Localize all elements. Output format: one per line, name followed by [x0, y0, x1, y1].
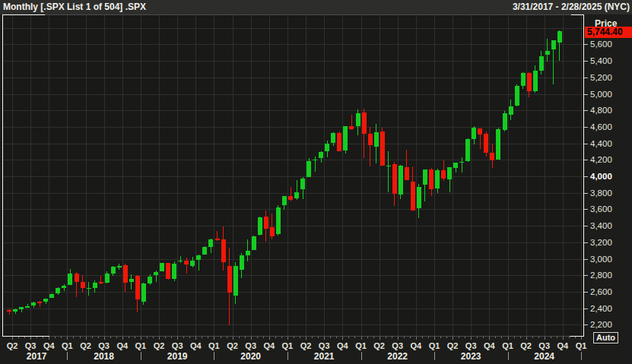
price-tick-label: 5,400 [590, 55, 612, 66]
quarter-tick-mark [471, 337, 472, 340]
candlestick-up [325, 144, 329, 151]
month-tick-mark [43, 337, 43, 338]
month-tick-mark [354, 337, 355, 338]
candlestick-up [43, 299, 48, 302]
candlestick-up [49, 294, 54, 299]
candlestick-up [56, 288, 60, 293]
quarter-tick-mark [269, 337, 270, 340]
candlestick-down [429, 169, 434, 190]
month-tick-mark [557, 337, 557, 338]
horizontal-gridline [2, 127, 584, 128]
candlestick-up [282, 196, 287, 205]
candlestick-up [25, 306, 30, 308]
candlestick-down [411, 182, 415, 210]
vertical-gridline [122, 14, 123, 337]
candlestick-up [13, 309, 17, 311]
quarter-label: Q1 [62, 341, 73, 350]
candlestick-up [202, 247, 207, 255]
horizontal-gridline [2, 209, 584, 210]
candlestick-down [75, 274, 79, 282]
candlestick-up [105, 274, 110, 283]
month-tick-mark [465, 337, 465, 338]
month-tick-mark [348, 337, 349, 338]
price-tick-mark [584, 144, 588, 144]
quarter-tick-mark [489, 337, 490, 340]
month-tick-mark [189, 337, 190, 338]
year-label: 2021 [314, 351, 335, 362]
month-tick-mark [575, 337, 576, 338]
time-axis[interactable]: Q2Q3Q4Q1Q2Q3Q4Q1Q2Q3Q4Q1Q2Q3Q4Q1Q2Q3Q4Q1… [2, 337, 584, 364]
quarter-label: Q2 [80, 341, 91, 350]
vertical-gridline [67, 14, 68, 337]
month-tick-mark [183, 337, 184, 338]
candlestick-down [184, 261, 189, 265]
quarter-label: Q3 [25, 341, 37, 350]
month-tick-mark [98, 337, 99, 338]
quarter-label: Q4 [410, 341, 421, 350]
candlestick-up [465, 139, 470, 161]
quarter-tick-mark [159, 337, 160, 340]
vertical-gridline [49, 14, 49, 337]
vertical-gridline [177, 14, 178, 337]
price-tick-label: 3,800 [590, 188, 612, 198]
candlestick-up [246, 251, 250, 256]
year-separator-tick [361, 352, 362, 360]
quarter-label: Q2 [447, 341, 459, 350]
candlestick-up [196, 255, 201, 260]
candlestick-up [423, 169, 427, 184]
candlestick-up [160, 263, 164, 271]
year-label: 2022 [387, 351, 408, 362]
candlestick-down [99, 282, 103, 283]
month-tick-mark [165, 337, 166, 338]
quarter-label: Q3 [465, 341, 477, 350]
chart-window: Monthly [.SPX List 1 of 504] .SPX 3/31/2… [0, 0, 632, 364]
candlestick-up [503, 113, 507, 131]
candlestick-up [313, 160, 317, 161]
price-tick-mark [584, 226, 588, 226]
month-tick-mark [501, 337, 502, 338]
plot-area[interactable] [2, 14, 584, 337]
vertical-gridline [471, 14, 472, 337]
candlestick-up [447, 167, 452, 179]
month-tick-mark [386, 337, 386, 338]
quarter-tick-mark [563, 337, 564, 340]
candlestick-up [252, 236, 256, 250]
candlestick-down [215, 239, 220, 240]
price-tick-mark [584, 110, 588, 111]
vertical-gridline [30, 14, 31, 337]
candlestick-up [356, 113, 360, 127]
month-tick-mark [392, 337, 392, 338]
candlestick-up [117, 266, 122, 267]
candlestick-up [190, 261, 195, 266]
quarter-tick-mark [453, 337, 453, 340]
month-tick-mark [318, 337, 319, 338]
candlestick-down [484, 134, 488, 153]
candlestick-up [148, 277, 152, 283]
price-axis[interactable]: 5,6005,4005,2005,0004,8004,6004,4004,200… [584, 14, 632, 337]
month-tick-mark [202, 337, 202, 338]
month-tick-mark [410, 337, 411, 338]
candlestick-up [545, 51, 550, 55]
candlestick-down [490, 153, 494, 160]
price-tick-mark [584, 324, 588, 325]
candlestick-up [551, 40, 556, 49]
candlestick-up [93, 283, 97, 288]
horizontal-gridline [2, 275, 584, 276]
vertical-gridline [563, 14, 564, 337]
month-tick-mark [373, 337, 374, 338]
month-tick-mark [404, 337, 405, 338]
vertical-gridline [287, 14, 288, 337]
month-tick-mark [153, 337, 154, 338]
candlestick-up [172, 264, 176, 280]
month-tick-mark [422, 337, 423, 338]
auto-scale-button[interactable]: Auto [593, 332, 618, 343]
month-tick-mark [92, 337, 93, 338]
vertical-gridline [324, 14, 325, 337]
candle-wick-up [462, 157, 462, 173]
candlestick-up [141, 283, 146, 302]
horizontal-gridline [2, 176, 584, 177]
horizontal-gridline [2, 226, 584, 226]
price-tick-label: 3,200 [590, 237, 612, 248]
year-separator-tick [67, 352, 68, 360]
vertical-gridline [489, 14, 490, 337]
